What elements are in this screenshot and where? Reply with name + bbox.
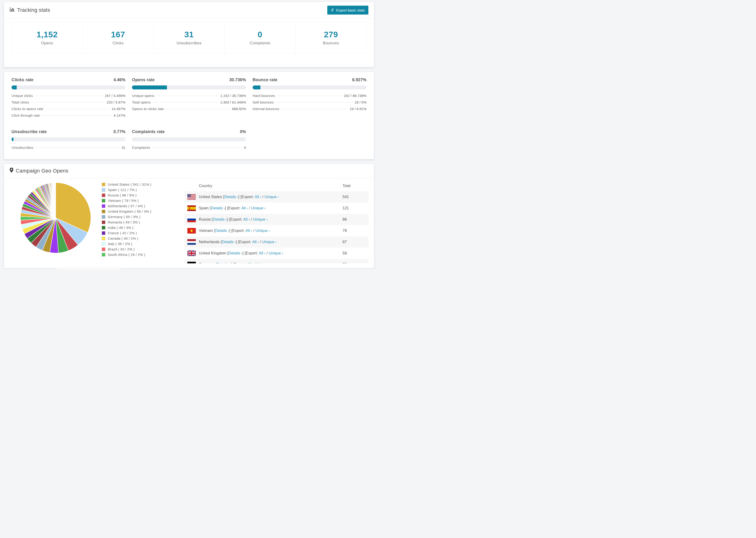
total-cell: 59 — [343, 251, 368, 255]
export-all-link[interactable]: All› — [247, 262, 254, 263]
export-unique-link[interactable]: Unique› — [262, 240, 276, 244]
export-all-link[interactable]: All› — [245, 229, 252, 233]
details-link[interactable]: Details› — [229, 251, 243, 255]
details-link[interactable]: Details› — [213, 217, 227, 221]
geo-opens-title-wrap: Campaign Geo Opens — [10, 168, 68, 174]
geo-table: Country Total United States [Details›] [… — [184, 181, 368, 263]
summary-wrap: 1,152Opens167Clicks31Unsubscribes0Compla… — [4, 19, 374, 54]
rate-row: Opens to clicks rate689.82% — [132, 107, 246, 113]
stat-box-clicks: 167Clicks — [82, 22, 153, 53]
legend-label: Germany ( 55 / 3% ) — [108, 215, 140, 219]
stat-value: 1,152 — [37, 30, 58, 39]
country-name: United Kingdom — [199, 251, 226, 255]
details-link[interactable]: Details› — [211, 206, 225, 210]
details-link[interactable]: Details› — [222, 240, 236, 244]
progress-bar-bounce — [253, 85, 366, 89]
rate-row: Soft bounces18 / 0% — [253, 100, 366, 107]
progress-bar-unsubscribe — [12, 137, 125, 141]
export-all-link[interactable]: All› — [255, 195, 261, 199]
slash-separator: / — [262, 195, 263, 199]
legend-item[interactable]: Romania ( 49 / 3% ) — [102, 220, 184, 224]
slash-separator: / — [266, 251, 268, 255]
legend-item[interactable]: Spain ( 121 / 7% ) — [102, 188, 184, 192]
bracket: ] — [243, 251, 244, 255]
chevron-right-icon: › — [282, 251, 283, 255]
rates-grid: Clicks rate4.46%Unique clicks167 / 4.456… — [12, 78, 366, 152]
legend-label: United Kingdom ( 59 / 3% ) — [108, 209, 151, 213]
legend-item[interactable]: Germany ( 55 / 3% ) — [102, 215, 184, 219]
total-cell: 79 — [343, 229, 368, 233]
export-unique-link[interactable]: Unique› — [253, 217, 267, 221]
rate-row: Unique clicks167 / 4.456% — [12, 94, 125, 100]
rate-row-label: Internal bounces — [253, 107, 279, 111]
legend-label: Canada ( 40 / 2% ) — [108, 237, 138, 241]
legend-item[interactable]: South Africa ( 29 / 2% ) — [102, 252, 184, 256]
country-name: Germany — [199, 262, 215, 263]
stat-label: Opens — [41, 41, 53, 45]
legend-item[interactable]: Netherlands ( 67 / 4% ) — [102, 204, 184, 208]
legend-item[interactable]: Brazil ( 33 / 2% ) — [102, 247, 184, 251]
export-all-link[interactable]: All› — [243, 217, 250, 221]
export-label: Export: — [228, 206, 241, 210]
export-icon — [331, 8, 334, 12]
legend-swatch — [102, 247, 105, 251]
legend-item[interactable]: United States ( 541 / 31% ) — [102, 183, 184, 187]
legend-item[interactable]: Vietnam ( 79 / 5% ) — [102, 198, 184, 202]
geo-opens-pie-chart[interactable] — [19, 182, 92, 254]
bracket: ] — [236, 240, 237, 244]
export-unique-link[interactable]: Unique› — [269, 251, 283, 255]
stat-box-unsubscribes: 31Unsubscribes — [153, 22, 224, 53]
export-all-label: All — [252, 240, 256, 244]
pie-slice[interactable] — [55, 183, 56, 218]
legend-swatch — [102, 188, 105, 192]
country-cell: United Kingdom [Details›] [Export: All› … — [199, 251, 343, 255]
details-link[interactable]: Details› — [217, 262, 231, 263]
chevron-right-icon: › — [278, 195, 279, 199]
export-basic-stats-button[interactable]: Export basic stats — [327, 6, 368, 15]
export-all-label: All — [255, 195, 259, 199]
geo-opens-title: Campaign Geo Opens — [16, 168, 68, 174]
progress-bar-clicks — [12, 85, 125, 89]
country-cell: Spain [Details›] [Export: All› / Unique› — [199, 206, 343, 210]
export-all-link[interactable]: All› — [242, 206, 248, 210]
bracket: ] — [227, 217, 228, 221]
legend-label: Vietnam ( 79 / 5% ) — [108, 198, 139, 202]
export-unique-link[interactable]: Unique› — [251, 206, 266, 210]
export-all-link[interactable]: All› — [259, 251, 266, 255]
details-link[interactable]: Details› — [215, 229, 229, 233]
horizontal-scrollbar[interactable] — [56, 267, 121, 269]
legend-item[interactable]: Canada ( 40 / 2% ) — [102, 237, 184, 241]
rate-head: Unsubscribe rate0.77% — [12, 129, 125, 134]
export-label: Export: — [242, 195, 254, 199]
total-cell: 67 — [343, 240, 368, 244]
export-all-label: All — [242, 206, 245, 210]
slash-separator: / — [255, 262, 256, 263]
export-unique-link[interactable]: Unique› — [265, 195, 279, 199]
rate-row: Hard bounces242 / 86.738% — [253, 94, 366, 100]
stat-value: 31 — [184, 30, 194, 39]
legend-item[interactable]: Russia ( 86 / 5% ) — [102, 193, 184, 197]
details-link-label: Details — [222, 240, 234, 244]
rate-row-label: Total clicks — [12, 100, 29, 104]
legend-item[interactable]: France ( 42 / 2% ) — [102, 231, 184, 235]
export-all-link[interactable]: All› — [252, 240, 259, 244]
legend-item[interactable]: Italy ( 36 / 2% ) — [102, 242, 184, 246]
rate-row: Click through rate4.147% — [12, 113, 125, 120]
legend-label: Italy ( 36 / 2% ) — [108, 242, 132, 246]
legend-item[interactable]: United Kingdom ( 59 / 3% ) — [102, 209, 184, 213]
export-unique-link[interactable]: Unique› — [257, 262, 271, 263]
rate-section-clicks: Clicks rate4.46%Unique clicks167 / 4.456… — [12, 78, 125, 120]
export-unique-link[interactable]: Unique› — [255, 229, 270, 233]
legend-swatch — [102, 193, 105, 197]
rate-title: Opens rate — [132, 78, 154, 82]
country-name: Russia — [199, 217, 211, 221]
chevron-right-icon: › — [270, 262, 272, 263]
progress-bar-fill — [132, 85, 167, 89]
details-link[interactable]: Details› — [224, 195, 238, 199]
ru-flag-icon — [184, 217, 199, 222]
rate-row-label: Soft bounces — [253, 100, 274, 104]
legend-item[interactable]: India ( 46 / 3% ) — [102, 226, 184, 230]
country-cell: Germany [Details›] [Export: All› / Uniqu… — [199, 262, 343, 263]
bracket: ] — [231, 262, 232, 263]
rate-row-label: Complaints — [132, 145, 150, 149]
